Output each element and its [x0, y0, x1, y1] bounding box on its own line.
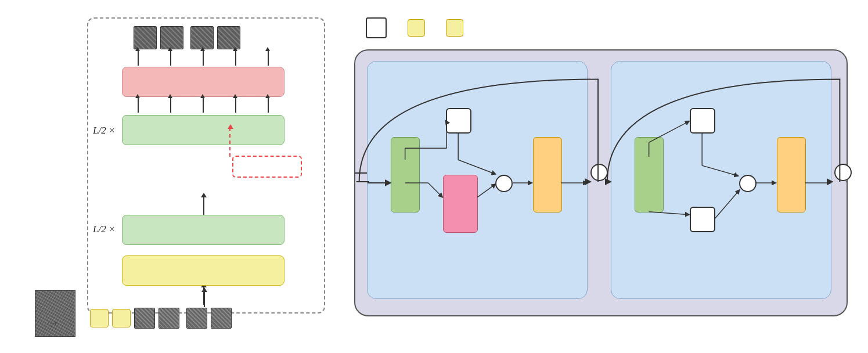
legend-activation	[366, 17, 391, 38]
input-line-left	[355, 172, 367, 174]
legend	[366, 17, 468, 38]
patch-small-4	[211, 308, 232, 329]
norm-box-channel	[777, 137, 806, 212]
scale-label-top: L/2 ×	[93, 125, 115, 136]
svg-line-9	[477, 184, 496, 197]
input-arrow: →	[48, 316, 59, 329]
arrow-lin-rwkv-4	[235, 98, 236, 113]
shift-box-channel	[635, 137, 664, 212]
rwkv-block-bottom	[122, 215, 284, 245]
spatial-mix-panel	[367, 61, 588, 299]
legend-timestep	[408, 19, 430, 37]
patch-small-2	[159, 308, 179, 329]
arrow-patch-linear-2	[170, 51, 171, 66]
arrow-patch-linear-1	[138, 51, 139, 66]
patch-img-1	[134, 26, 157, 49]
arrow-rwkv-up	[203, 196, 204, 215]
patch-small-3	[186, 308, 207, 329]
patch-img-3	[190, 26, 214, 49]
patch-img-4	[217, 26, 240, 49]
mult-circle-channel	[739, 175, 757, 192]
norm-box-spatial	[533, 137, 562, 212]
noisy-image	[35, 290, 75, 337]
svg-line-6	[458, 160, 496, 174]
bottom-row	[90, 308, 232, 329]
linear-box	[122, 67, 284, 97]
spatial-mix-title	[368, 62, 587, 67]
add-circle-channel	[834, 164, 852, 181]
patch-img-2	[160, 26, 183, 49]
sigma-box-spatial-top	[446, 108, 471, 134]
scale-label-bottom: L/2 ×	[93, 224, 115, 235]
t-badge	[90, 309, 109, 327]
left-diagram: L/2 × L/2 × →	[35, 12, 337, 343]
channel-mix-panel	[611, 61, 831, 299]
svg-line-17	[715, 190, 740, 219]
arrow-patch-linear-5	[268, 51, 269, 66]
patch-row-top	[134, 26, 240, 49]
skip-box	[232, 156, 302, 178]
rwkv-block-top	[122, 115, 284, 145]
arrow-lin-rwkv-1	[138, 98, 139, 113]
arrow-lin-rwkv-3	[203, 98, 204, 113]
sigma-box-channel-top	[690, 108, 715, 134]
arrow-patch-linear-4	[235, 51, 236, 66]
svg-line-15	[702, 165, 739, 176]
right-diagram	[348, 6, 853, 348]
skip-arrow	[229, 128, 230, 157]
c-badge	[112, 309, 131, 327]
arrow-lin-rwkv-2	[170, 98, 171, 113]
embedding-box	[122, 255, 284, 286]
sigma-box-channel-bottom	[690, 207, 715, 232]
arrow-bottom-emb	[204, 291, 205, 307]
biwkv-box	[443, 175, 478, 233]
arrow-head-emb	[201, 287, 207, 292]
legend-t-box	[408, 19, 425, 37]
legend-sigma-box	[366, 17, 387, 38]
shift-box-spatial	[391, 137, 420, 212]
channel-mix-title	[611, 62, 831, 67]
svg-line-8	[428, 183, 442, 197]
legend-c-box	[446, 19, 463, 37]
rwkv-main-container	[354, 49, 848, 316]
add-circle-spatial	[590, 164, 608, 181]
patch-small-1	[134, 308, 155, 329]
arrow-lin-rwkv-5	[268, 98, 269, 113]
arrow-patch-linear-3	[203, 51, 204, 66]
legend-condition	[446, 19, 468, 37]
mult-circle-spatial	[495, 175, 513, 192]
